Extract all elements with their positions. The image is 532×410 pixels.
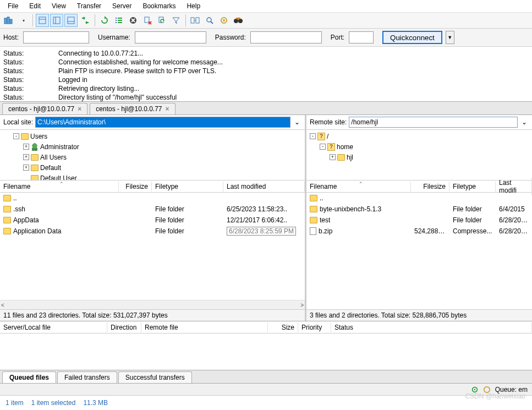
menu-view[interactable]: View (46, 1, 72, 11)
expand-toggle[interactable]: + (23, 154, 29, 160)
toggle-queue-icon[interactable] (64, 14, 78, 27)
tab-successful[interactable]: Successful transfers (118, 371, 192, 383)
site-manager-dropdown[interactable] (17, 14, 30, 27)
remote-file-list[interactable]: ..byte-unixbench-5.1.3File folder6/4/201… (306, 193, 532, 251)
menu-transfer[interactable]: Transfer (72, 1, 107, 11)
file-type: File folder (449, 216, 496, 225)
col-priority[interactable]: Priority (298, 322, 331, 332)
log-message: Plain FTP is insecure. Please switch to … (58, 67, 216, 75)
settings-icon[interactable] (217, 14, 231, 27)
close-tab-icon[interactable]: × (78, 105, 81, 113)
list-item[interactable]: b.zip524,288,000Compresse...6/28/2023 5 (306, 226, 532, 237)
folder-icon (337, 154, 345, 161)
svg-point-29 (474, 389, 475, 390)
col-filesize[interactable]: Filesize (411, 182, 449, 192)
menu-file[interactable]: File (2, 1, 24, 11)
col-modified[interactable]: Last modified (223, 182, 305, 192)
list-item[interactable]: .sshFile folder6/25/2023 11:58:23.. (0, 204, 305, 215)
username-label: Username: (98, 34, 130, 41)
disconnect-icon[interactable] (141, 14, 154, 27)
log-message: Directory listing of "/home/hjl" success… (58, 93, 177, 102)
tree-node[interactable]: + hjl (310, 152, 529, 162)
tab-connection[interactable]: centos - hjl@10.0.0.77× (90, 103, 175, 114)
dropdown-icon[interactable]: ⌄ (520, 118, 529, 126)
local-path-input[interactable] (35, 117, 290, 128)
list-item[interactable]: Application DataFile folder6/28/2023 8:2… (0, 226, 305, 237)
tree-node[interactable]: + Administrator (3, 141, 301, 152)
menu-server[interactable]: Server (107, 1, 137, 11)
password-input[interactable] (250, 31, 322, 43)
message-log[interactable]: Status:Connecting to 10.0.0.77:21... Sta… (0, 47, 532, 102)
queue-body[interactable] (0, 334, 532, 370)
sync-browsing-icon[interactable] (79, 14, 92, 27)
cancel-icon[interactable] (127, 14, 140, 27)
site-manager-icon[interactable] (2, 14, 15, 27)
status-bar: Queue: em (0, 384, 532, 396)
col-filesize[interactable]: Filesize (119, 182, 152, 192)
col-server-file[interactable]: Server/Local file (0, 322, 107, 332)
quickconnect-button[interactable]: Quickconnect (382, 31, 442, 44)
quickconnect-dropdown[interactable]: ▼ (446, 31, 454, 44)
col-filetype[interactable]: Filetype (152, 182, 223, 192)
tree-node[interactable]: - ? / (310, 131, 529, 141)
expand-toggle[interactable]: + (23, 165, 29, 171)
folder-icon (31, 175, 39, 181)
watermark: CSDN @hanweixiao (465, 392, 525, 400)
toggle-log-icon[interactable] (36, 14, 49, 27)
local-tree[interactable]: - Users+ Administrator+ All Users+ Defau… (0, 130, 305, 181)
col-filename[interactable]: Filename (306, 182, 411, 192)
expand-toggle[interactable]: + (330, 154, 336, 160)
col-modified[interactable]: Last modifi (496, 178, 532, 195)
tree-node[interactable]: Default User (3, 173, 301, 181)
remote-tree[interactable]: - ? /- ? home+ hjl (306, 130, 532, 181)
log-label: Status: (3, 58, 58, 67)
col-size[interactable]: Size (268, 322, 298, 332)
tree-label: All Users (40, 154, 67, 161)
reconnect-icon[interactable] (155, 14, 168, 27)
username-input[interactable] (135, 31, 206, 43)
tab-failed[interactable]: Failed transfers (57, 371, 117, 383)
list-item[interactable]: byte-unixbench-5.1.3File folder6/4/2015 (306, 204, 532, 215)
filter-icon[interactable] (169, 14, 183, 27)
compare-icon[interactable] (189, 14, 202, 27)
menu-edit[interactable]: Edit (24, 1, 46, 11)
tree-node[interactable]: + Default (3, 162, 301, 173)
close-tab-icon[interactable]: × (166, 105, 169, 113)
local-site-bar: Local site: ⌄ (0, 115, 305, 130)
local-file-list[interactable]: ...sshFile folder6/25/2023 11:58:23..App… (0, 193, 305, 300)
tree-node[interactable]: + All Users (3, 152, 301, 162)
expand-toggle[interactable]: - (13, 133, 19, 139)
menu-help[interactable]: Help (181, 1, 206, 11)
tree-node[interactable]: - ? home (310, 141, 529, 152)
svg-point-24 (223, 19, 225, 21)
binoculars-icon[interactable] (232, 14, 245, 27)
col-remote-file[interactable]: Remote file (141, 322, 268, 332)
refresh-icon[interactable] (98, 14, 111, 27)
remote-path-input[interactable] (349, 117, 518, 128)
file-size: 524,288,000 (411, 227, 449, 236)
question-folder-icon: ? (317, 133, 325, 140)
tree-label: Administrator (40, 143, 79, 151)
remote-site-bar: Remote site: ⌄ (306, 115, 532, 130)
host-input[interactable] (23, 31, 89, 43)
col-status[interactable]: Status (331, 322, 532, 332)
tab-queued[interactable]: Queued files (2, 371, 56, 383)
svg-rect-9 (116, 18, 117, 19)
tree-node[interactable]: - Users (3, 131, 301, 141)
col-filetype[interactable]: Filetype (449, 182, 496, 192)
list-item[interactable]: testFile folder6/28/2023 5 (306, 215, 532, 226)
col-direction[interactable]: Direction (107, 322, 141, 332)
expand-toggle[interactable]: - (310, 133, 316, 139)
dropdown-icon[interactable]: ⌄ (293, 118, 301, 126)
expand-toggle[interactable]: - (320, 144, 326, 150)
tab-connection[interactable]: centos - hjl@10.0.0.77× (2, 103, 87, 114)
list-item[interactable]: .. (0, 193, 305, 204)
port-input[interactable] (349, 31, 374, 43)
search-icon[interactable] (203, 14, 216, 27)
list-item[interactable]: AppDataFile folder12/21/2017 6:06:42.. (0, 215, 305, 226)
toggle-tree-icon[interactable] (50, 14, 63, 27)
expand-toggle[interactable]: + (23, 144, 29, 150)
process-queue-icon[interactable] (112, 14, 125, 27)
col-filename[interactable]: Filename (0, 182, 119, 192)
menu-bookmarks[interactable]: Bookmarks (137, 1, 181, 11)
